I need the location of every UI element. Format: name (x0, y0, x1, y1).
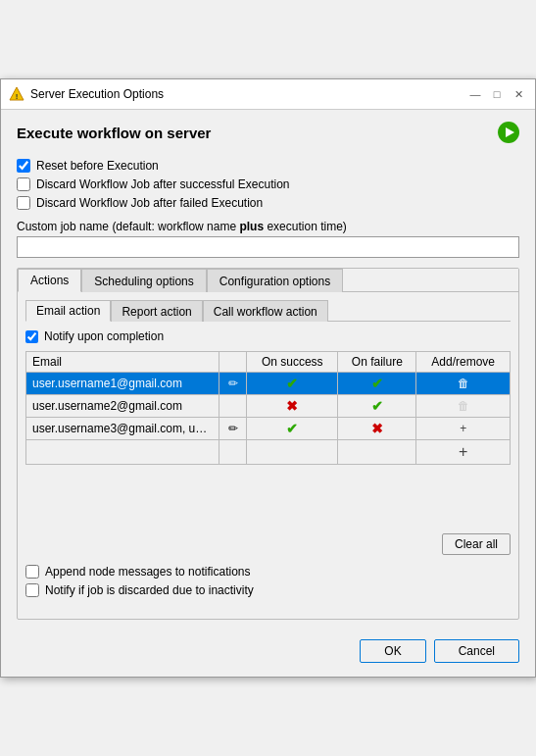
ok-button[interactable]: OK (360, 639, 425, 663)
discard-failed-checkbox[interactable] (17, 196, 30, 210)
subtab-call-workflow[interactable]: Call workflow action (203, 300, 328, 322)
custom-job-label: Custom job name (default: workflow name … (17, 220, 519, 233)
col-success: On success (247, 352, 338, 373)
edit-cell[interactable]: ✏ (219, 418, 246, 440)
tab-configuration[interactable]: Configuration options (207, 269, 343, 292)
append-node-row: Append node messages to notifications (25, 565, 511, 579)
reset-before-checkbox[interactable] (17, 159, 30, 173)
delete-icon-disabled: 🗑 (458, 399, 469, 413)
plus-icon[interactable]: + (459, 443, 467, 460)
add-new-row-cell[interactable]: + (416, 440, 511, 465)
actions-tab-content: Email action Report action Call workflow… (18, 292, 518, 619)
add-row: + (26, 440, 511, 465)
notify-completion-checkbox[interactable] (25, 330, 38, 343)
subtab-email[interactable]: Email action (25, 300, 111, 322)
warning-icon: ! (9, 86, 24, 102)
outer-tabs-container: Actions Scheduling options Configuration… (17, 268, 519, 620)
success-cell[interactable]: ✔ (247, 418, 338, 440)
outer-tab-row: Actions Scheduling options Configuration… (18, 269, 518, 292)
maximize-button[interactable]: □ (488, 85, 506, 103)
execute-title: Execute workflow on server (17, 125, 211, 141)
discard-success-label: Discard Workflow Job after successful Ex… (36, 177, 290, 191)
discard-success-row: Discard Workflow Job after successful Ex… (17, 177, 519, 191)
discard-success-checkbox[interactable] (17, 177, 30, 191)
check-icon: ✔ (371, 376, 383, 391)
delete-icon[interactable]: 🗑 (458, 377, 469, 390)
reset-before-row: Reset before Execution (17, 159, 519, 173)
custom-job-input[interactable] (17, 236, 519, 258)
append-node-checkbox[interactable] (25, 565, 39, 579)
edit-cell[interactable]: ✏ (219, 373, 246, 395)
discard-failed-row: Discard Workflow Job after failed Execut… (17, 196, 519, 210)
col-email: Email (26, 352, 219, 373)
failure-cell[interactable]: ✔ (338, 373, 416, 395)
cross-icon: ✖ (286, 398, 298, 414)
failure-cell[interactable]: ✖ (338, 418, 416, 440)
table-row[interactable]: user.username3@gmail.com, user.us...✏✔✖+ (26, 418, 511, 440)
notify-inactivity-row: Notify if job is discarded due to inacti… (25, 583, 511, 597)
execute-header: Execute workflow on server (17, 122, 519, 143)
tab-scheduling[interactable]: Scheduling options (81, 269, 206, 292)
tab-actions[interactable]: Actions (18, 269, 81, 292)
check-icon: ✔ (286, 421, 298, 436)
cancel-button[interactable]: Cancel (434, 639, 519, 663)
add-remove-cell[interactable]: 🗑 (416, 395, 511, 418)
col-failure: On failure (338, 352, 416, 373)
pencil-icon[interactable]: ✏ (228, 422, 238, 435)
notify-inactivity-label: Notify if job is discarded due to inacti… (45, 583, 254, 597)
close-button[interactable]: ✕ (510, 85, 527, 103)
email-cell: user.username1@gmail.com (26, 373, 219, 395)
run-button[interactable] (498, 122, 519, 143)
subtab-report[interactable]: Report action (111, 300, 202, 322)
success-cell[interactable]: ✔ (247, 373, 338, 395)
check-icon: ✔ (286, 376, 298, 391)
col-addremove: Add/remove (416, 352, 511, 373)
check-icon: ✔ (371, 398, 383, 414)
table-row[interactable]: user.username2@gmail.com✖✔🗑 (26, 395, 511, 418)
discard-failed-label: Discard Workflow Job after failed Execut… (36, 196, 263, 210)
clear-all-row: Clear all (25, 533, 511, 555)
minimize-button[interactable]: — (466, 85, 484, 103)
notify-row: Notify upon completion (25, 329, 511, 343)
title-bar-text: Server Execution Options (30, 87, 461, 101)
success-cell[interactable]: ✖ (247, 395, 338, 418)
col-edit (219, 352, 246, 373)
clear-all-button[interactable]: Clear all (442, 533, 511, 555)
add-icon[interactable]: + (460, 422, 466, 435)
add-remove-cell[interactable]: + (416, 418, 511, 440)
svg-text:!: ! (16, 92, 19, 101)
add-remove-cell[interactable]: 🗑 (416, 373, 511, 395)
footer-checkboxes: Append node messages to notifications No… (25, 565, 511, 597)
append-node-label: Append node messages to notifications (45, 565, 250, 579)
dialog-footer: OK Cancel (1, 631, 535, 677)
window-body: Execute workflow on server Reset before … (1, 110, 535, 631)
main-window: ! Server Execution Options — □ ✕ Execute… (0, 78, 536, 678)
reset-before-label: Reset before Execution (36, 159, 159, 173)
notify-inactivity-checkbox[interactable] (25, 583, 39, 597)
failure-cell[interactable]: ✔ (338, 395, 416, 418)
title-bar: ! Server Execution Options — □ ✕ (1, 79, 535, 110)
edit-cell (219, 395, 246, 418)
email-table: Email On success On failure Add/remove u… (25, 351, 511, 465)
email-cell: user.username3@gmail.com, user.us... (26, 418, 219, 440)
notify-completion-label: Notify upon completion (44, 329, 164, 343)
email-table-area: Email On success On failure Add/remove u… (25, 351, 511, 528)
email-cell: user.username2@gmail.com (26, 395, 219, 418)
inner-tab-row: Email action Report action Call workflow… (25, 300, 511, 322)
title-bar-controls: — □ ✕ (466, 85, 527, 103)
custom-job-group: Custom job name (default: workflow name … (17, 220, 519, 258)
table-row[interactable]: user.username1@gmail.com✏✔✔🗑 (26, 373, 511, 395)
pencil-icon[interactable]: ✏ (228, 377, 238, 390)
cross-icon: ✖ (371, 421, 383, 436)
